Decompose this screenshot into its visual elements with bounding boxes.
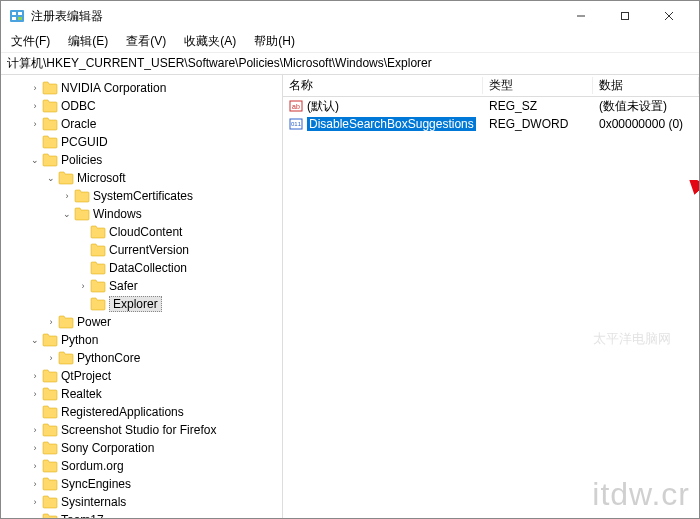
address-bar[interactable]: 计算机\HKEY_CURRENT_USER\Software\Policies\… [1, 53, 699, 75]
tree-pane[interactable]: ›NVIDIA Corporation›ODBC›OraclePCGUID⌄Po… [1, 75, 283, 518]
svg-rect-2 [18, 12, 22, 15]
chevron-right-icon[interactable]: › [61, 191, 73, 201]
chevron-right-icon[interactable]: › [29, 497, 41, 507]
col-header-name[interactable]: 名称 [283, 77, 483, 94]
tree-item[interactable]: ⌄Windows [7, 205, 282, 223]
svg-text:011: 011 [291, 121, 302, 127]
tree-item-label: Power [77, 315, 111, 329]
tree-item[interactable]: ›ODBC [7, 97, 282, 115]
tree-item[interactable]: RegisteredApplications [7, 403, 282, 421]
col-header-type[interactable]: 类型 [483, 77, 593, 94]
chevron-right-icon[interactable]: › [45, 317, 57, 327]
menu-help[interactable]: 帮助(H) [248, 31, 301, 52]
main-area: ›NVIDIA Corporation›ODBC›OraclePCGUID⌄Po… [1, 75, 699, 518]
folder-icon [42, 153, 58, 167]
folder-icon [42, 405, 58, 419]
svg-line-13 [697, 186, 699, 350]
folder-icon [58, 351, 74, 365]
tree-item-label: Sysinternals [61, 495, 126, 509]
tree-item[interactable]: CloudContent [7, 223, 282, 241]
tree-item[interactable]: ›QtProject [7, 367, 282, 385]
tree-item[interactable]: ›PythonCore [7, 349, 282, 367]
folder-icon [42, 333, 58, 347]
chevron-right-icon[interactable]: › [29, 479, 41, 489]
tree-item[interactable]: ›SyncEngines [7, 475, 282, 493]
folder-icon [42, 117, 58, 131]
tree-item-label: QtProject [61, 369, 111, 383]
tree-item[interactable]: DataCollection [7, 259, 282, 277]
folder-icon [58, 315, 74, 329]
folder-icon [42, 99, 58, 113]
tree-item[interactable]: ›Safer [7, 277, 282, 295]
tree-item[interactable]: ›Oracle [7, 115, 282, 133]
tree-item[interactable]: PCGUID [7, 133, 282, 151]
chevron-right-icon[interactable]: › [45, 353, 57, 363]
menu-view[interactable]: 查看(V) [120, 31, 172, 52]
tree-item[interactable]: ›Sony Corporation [7, 439, 282, 457]
tree-item[interactable]: ›NVIDIA Corporation [7, 79, 282, 97]
chevron-right-icon[interactable]: › [29, 371, 41, 381]
folder-icon [90, 225, 106, 239]
regedit-app-icon [9, 8, 25, 24]
svg-rect-1 [12, 12, 16, 15]
menu-bar: 文件(F) 编辑(E) 查看(V) 收藏夹(A) 帮助(H) [1, 31, 699, 53]
folder-icon [42, 513, 58, 518]
reg-string-icon: ab [289, 99, 303, 113]
tree-item[interactable]: CurrentVersion [7, 241, 282, 259]
svg-rect-3 [12, 17, 16, 20]
tree-item[interactable]: ›Screenshot Studio for Firefox [7, 421, 282, 439]
tree-item[interactable]: ›Power [7, 313, 282, 331]
tree-item-label: Screenshot Studio for Firefox [61, 423, 216, 437]
chevron-right-icon[interactable]: › [29, 443, 41, 453]
chevron-right-icon[interactable]: › [29, 425, 41, 435]
tree-item[interactable]: ›Sordum.org [7, 457, 282, 475]
chevron-right-icon[interactable]: › [29, 101, 41, 111]
chevron-down-icon[interactable]: ⌄ [29, 335, 41, 345]
value-name: (默认) [307, 98, 339, 115]
window-controls [559, 1, 691, 31]
menu-file[interactable]: 文件(F) [5, 31, 56, 52]
tree-item[interactable]: ⌄Policies [7, 151, 282, 169]
list-row[interactable]: ab(默认)REG_SZ(数值未设置) [283, 97, 699, 115]
chevron-right-icon[interactable]: › [77, 281, 89, 291]
tree-item[interactable]: Explorer [7, 295, 282, 313]
address-text: 计算机\HKEY_CURRENT_USER\Software\Policies\… [7, 55, 432, 72]
tree-item-label: ODBC [61, 99, 96, 113]
tree-item-label: Python [61, 333, 98, 347]
chevron-down-icon[interactable]: ⌄ [45, 173, 57, 183]
maximize-button[interactable] [603, 1, 647, 31]
menu-favorites[interactable]: 收藏夹(A) [178, 31, 242, 52]
tree-item[interactable]: ›Realtek [7, 385, 282, 403]
tree-item-label: RegisteredApplications [61, 405, 184, 419]
chevron-right-icon[interactable]: › [29, 83, 41, 93]
folder-icon [90, 243, 106, 257]
close-button[interactable] [647, 1, 691, 31]
list-pane[interactable]: 名称 类型 数据 ab(默认)REG_SZ(数值未设置)011DisableSe… [283, 75, 699, 518]
tree-item-label: Explorer [109, 296, 162, 312]
tree-item-label: DataCollection [109, 261, 187, 275]
chevron-right-icon[interactable]: › [29, 515, 41, 518]
tree-item[interactable]: ⌄Python [7, 331, 282, 349]
chevron-down-icon[interactable]: ⌄ [29, 155, 41, 165]
chevron-down-icon[interactable]: ⌄ [61, 209, 73, 219]
folder-icon [58, 171, 74, 185]
tree-item[interactable]: ›Team17 [7, 511, 282, 518]
col-header-data[interactable]: 数据 [593, 77, 699, 94]
cell-data: (数值未设置) [593, 98, 699, 115]
list-row[interactable]: 011DisableSearchBoxSuggestionsREG_DWORD0… [283, 115, 699, 133]
tree-item[interactable]: ⌄Microsoft [7, 169, 282, 187]
tree-item[interactable]: ›SystemCertificates [7, 187, 282, 205]
chevron-right-icon[interactable]: › [29, 119, 41, 129]
menu-edit[interactable]: 编辑(E) [62, 31, 114, 52]
svg-text:ab: ab [292, 103, 300, 110]
minimize-button[interactable] [559, 1, 603, 31]
tree-item[interactable]: ›Sysinternals [7, 493, 282, 511]
chevron-right-icon[interactable]: › [29, 461, 41, 471]
list-body: ab(默认)REG_SZ(数值未设置)011DisableSearchBoxSu… [283, 97, 699, 133]
chevron-right-icon[interactable]: › [29, 389, 41, 399]
folder-icon [42, 135, 58, 149]
tree-item-label: Realtek [61, 387, 102, 401]
list-header: 名称 类型 数据 [283, 75, 699, 97]
folder-icon [42, 459, 58, 473]
tree-item-label: NVIDIA Corporation [61, 81, 166, 95]
